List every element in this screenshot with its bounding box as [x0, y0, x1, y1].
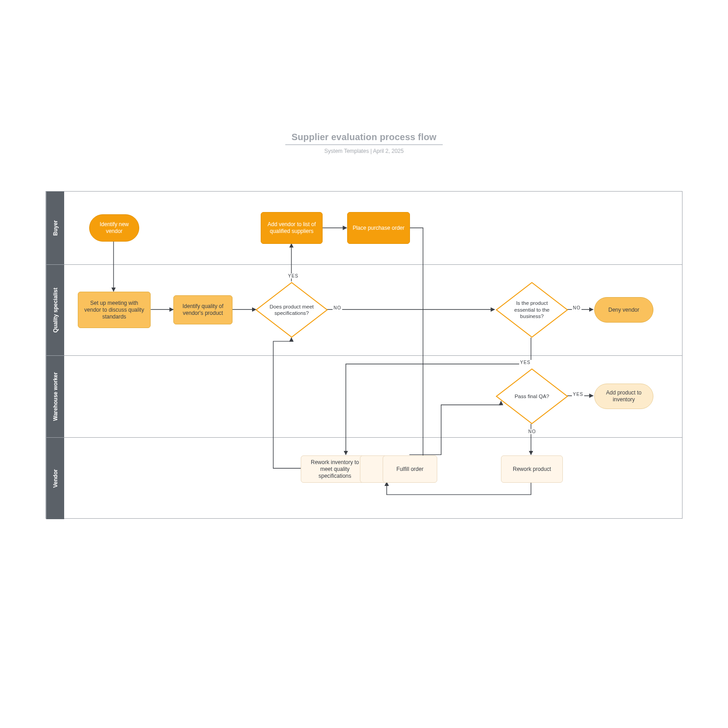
subtitle-sep: |: [370, 148, 372, 154]
decision-final-qa: Pass final QA?: [495, 368, 568, 425]
node-rework-product: Rework product: [501, 455, 563, 483]
edge-label-no-2: NO: [572, 305, 581, 310]
decision-meets-spec: Does product meet specifications?: [255, 282, 328, 338]
decision-final-qa-label: Pass final QA?: [495, 368, 568, 425]
lane-label-vendor: Vendor: [46, 438, 64, 519]
node-identify-quality: Identify quality of vendor's product: [173, 295, 233, 324]
lane-warehouse: Warehouse worker: [46, 355, 682, 437]
edge-label-no-3: NO: [527, 429, 537, 434]
node-identify-vendor: Identify new vendor: [89, 214, 139, 242]
edge-label-no-1: NO: [333, 305, 342, 310]
diagram-title: Supplier evaluation process flow: [285, 132, 443, 145]
edge-label-yes-2: YES: [519, 360, 531, 365]
subtitle-date: April 2, 2025: [373, 148, 404, 154]
decision-essential-label: Is the product essential to the business…: [495, 282, 568, 338]
lane-label-warehouse: Warehouse worker: [46, 356, 64, 437]
edge-label-yes-3: YES: [572, 392, 584, 397]
node-place-order: Place purchase order: [347, 212, 410, 244]
node-add-inventory: Add product to inventory: [594, 384, 653, 409]
diagram-stage: Supplier evaluation process flow System …: [0, 0, 728, 728]
edge-label-yes-1: YES: [287, 273, 299, 278]
subtitle-author: System Templates: [324, 148, 369, 154]
node-fulfill: Fulfill order: [383, 455, 437, 483]
decision-meets-spec-label: Does product meet specifications?: [255, 282, 328, 338]
node-rework-inventory: Rework inventory to meet quality specifi…: [301, 455, 369, 483]
node-meeting: Set up meeting with vendor to discuss qu…: [78, 292, 151, 328]
swimlane-pool: Buyer Quality specialist Warehouse worke…: [46, 191, 682, 519]
lane-label-quality: Quality specialist: [46, 265, 64, 355]
diagram-subtitle: System Templates | April 2, 2025: [0, 148, 728, 154]
decision-essential: Is the product essential to the business…: [495, 282, 568, 338]
lane-label-buyer: Buyer: [46, 192, 64, 264]
node-deny-vendor: Deny vendor: [594, 297, 653, 323]
title-block: Supplier evaluation process flow System …: [0, 132, 728, 154]
node-add-qualified: Add vendor to list of qualified supplier…: [261, 212, 323, 244]
